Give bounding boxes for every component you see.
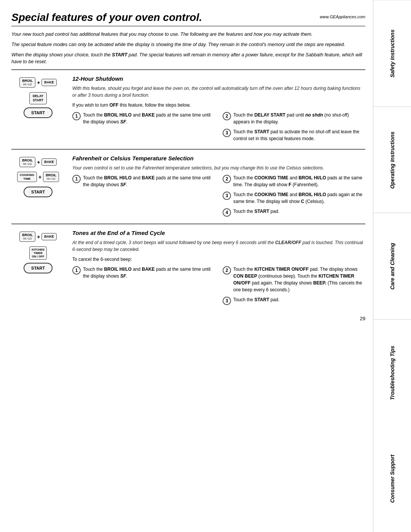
feature-fahrenheit-celsius: BROILHI / LO + BAKE COOKINGTIME + BROILH… bbox=[11, 149, 365, 224]
desc-tones: At the end of a timed cycle, 3 short bee… bbox=[72, 239, 365, 253]
desc-hour-shutdown: With this feature, should you forget and… bbox=[72, 85, 365, 99]
plus-icon-2: + bbox=[37, 159, 40, 165]
intro-p3-prefix: When the display shows your choice, touc… bbox=[11, 52, 112, 58]
diagram-tones: BROILHI / LO + BAKE KITCHENTIMERON / OFF… bbox=[11, 230, 65, 308]
step-3-2: 2 Touch the KITCHEN TIMER ON/OFF pad. Th… bbox=[223, 266, 365, 293]
steps-right-2: 2 Touch the COOKING TIME and BROIL HI/LO… bbox=[223, 174, 365, 220]
steps-cols-1: 1 Touch the BROIL HI/LO and BAKE pads at… bbox=[72, 112, 365, 145]
sidebar-troubleshooting: Troubleshooting Tips bbox=[373, 320, 411, 426]
steps-cols-3: 1 Touch the BROIL HI/LO and BAKE pads at… bbox=[72, 266, 365, 308]
main-content: Special features of your oven control. w… bbox=[0, 0, 373, 532]
step-num-3-1: 1 bbox=[72, 266, 81, 275]
step-1-2: 2 Touch the DELAY START pad until no shd… bbox=[223, 112, 365, 125]
step-text-3-3: Touch the START pad. bbox=[233, 296, 365, 303]
step-num-2-1: 1 bbox=[72, 175, 81, 183]
title-hour-shutdown: 12-Hour Shutdown bbox=[72, 75, 365, 82]
step-num-1-3: 3 bbox=[223, 129, 231, 137]
feature-hour-shutdown: BROILHI / LO + BAKE DELAYSTART START 12-… bbox=[11, 69, 365, 149]
desc-fahrenheit: Your oven control is set to use the Fahr… bbox=[72, 165, 365, 171]
step-text-2-3: Touch the COOKING TIME and BROIL HI/LO p… bbox=[233, 191, 365, 205]
step-text-1-3: Touch the START pad to activate the no s… bbox=[233, 128, 365, 142]
steps-left-2: 1 Touch the BROIL HI/LO and BAKE pads at… bbox=[72, 174, 215, 220]
title-fahrenheit: Fahrenheit or Celsius Temperature Select… bbox=[72, 155, 365, 161]
step-text-1-2: Touch the DELAY START pad until no shdn … bbox=[233, 112, 365, 125]
text-fahrenheit: Fahrenheit or Celsius Temperature Select… bbox=[72, 155, 365, 220]
intro-p3-bold: START bbox=[112, 52, 127, 58]
plus-icon-3: + bbox=[38, 174, 41, 180]
sidebar-safety: Safety Instructions bbox=[373, 0, 411, 107]
step-2-1: 1 Touch the BROIL HI/LO and BAKE pads at… bbox=[72, 174, 215, 188]
page-header: Special features of your oven control. w… bbox=[11, 11, 365, 26]
intro-block: Your new touch pad control has additiona… bbox=[11, 31, 365, 66]
step-1-3: 3 Touch the START pad to activate the no… bbox=[223, 128, 365, 142]
step-num-2-4: 4 bbox=[223, 208, 231, 217]
btn-row-broil-bake-3: BROILHI / LO + BAKE bbox=[19, 232, 57, 242]
btn-broil-2: BROILHI / LO bbox=[19, 157, 35, 167]
sidebar-consumer: Consumer Support bbox=[373, 426, 411, 532]
steps-cols-2: 1 Touch the BROIL HI/LO and BAKE pads at… bbox=[72, 174, 365, 220]
steps-left-3: 1 Touch the BROIL HI/LO and BAKE pads at… bbox=[72, 266, 215, 308]
text-hour-shutdown: 12-Hour Shutdown With this feature, shou… bbox=[72, 75, 365, 145]
website-url: www.GEAppliances.com bbox=[320, 14, 365, 19]
step-3-3: 3 Touch the START pad. bbox=[223, 296, 365, 305]
btn-start-1: START bbox=[24, 107, 53, 118]
sidebar-operating: Operating Instructions bbox=[373, 107, 411, 213]
page-number: 29 bbox=[11, 316, 365, 321]
btn-bake-3: BAKE bbox=[41, 233, 57, 240]
step-num-3-3: 3 bbox=[223, 297, 231, 305]
step-3-1: 1 Touch the BROIL HI/LO and BAKE pads at… bbox=[72, 266, 215, 280]
btn-delay-start: DELAYSTART bbox=[29, 92, 47, 104]
page-title: Special features of your oven control. bbox=[11, 11, 202, 24]
btn-broil-4: BROILHI / LO bbox=[19, 232, 35, 242]
if-note-1: If you wish to turn OFF this feature, fo… bbox=[72, 102, 365, 109]
step-text-2-2: Touch the COOKING TIME and BROIL HI/LO p… bbox=[233, 174, 365, 188]
step-text-3-1: Touch the BROIL HI/LO and BAKE pads at t… bbox=[83, 266, 215, 280]
step-num-1-1: 1 bbox=[72, 112, 81, 120]
btn-row-cooking-broil: COOKINGTIME + BROILHI / LO bbox=[17, 172, 59, 182]
step-2-3: 3 Touch the COOKING TIME and BROIL HI/LO… bbox=[223, 191, 365, 205]
step-text-3-2: Touch the KITCHEN TIMER ON/OFF pad. The … bbox=[233, 266, 365, 293]
btn-bake-1: BAKE bbox=[41, 79, 57, 86]
step-num-3-2: 2 bbox=[223, 266, 231, 275]
step-2-4: 4 Touch the START pad. bbox=[223, 208, 365, 217]
intro-p1: Your new touch pad control has additiona… bbox=[11, 31, 365, 38]
btn-row-broil-bake-2: BROILHI / LO + BAKE bbox=[19, 157, 57, 167]
step-text-1-1: Touch the BROIL HI/LO and BAKE pads at t… bbox=[83, 112, 215, 125]
cancel-note: To cancel the 6-second beep: bbox=[72, 256, 365, 263]
step-num-2-3: 3 bbox=[223, 192, 231, 200]
diagram-hour-shutdown: BROILHI / LO + BAKE DELAYSTART START bbox=[11, 75, 65, 145]
intro-p2: The special feature modes can only be ac… bbox=[11, 41, 365, 48]
btn-cooking-time: COOKINGTIME bbox=[17, 172, 37, 182]
title-tones: Tones at the End of a Timed Cycle bbox=[72, 230, 365, 236]
btn-broil-1: BROILHI / LO bbox=[19, 77, 35, 88]
btn-start-3: START bbox=[24, 263, 53, 273]
step-2-2: 2 Touch the COOKING TIME and BROIL HI/LO… bbox=[223, 174, 365, 188]
sidebar: Safety Instructions Operating Instructio… bbox=[373, 0, 411, 532]
btn-row-broil-bake-1: BROILHI / LO + BAKE bbox=[19, 77, 57, 88]
text-tones: Tones at the End of a Timed Cycle At the… bbox=[72, 230, 365, 308]
diagram-fahrenheit: BROILHI / LO + BAKE COOKINGTIME + BROILH… bbox=[11, 155, 65, 220]
step-num-1-2: 2 bbox=[223, 112, 231, 120]
step-text-2-4: Touch the START pad. bbox=[233, 208, 365, 215]
intro-p3: When the display shows your choice, touc… bbox=[11, 51, 365, 66]
btn-kitchen-timer: KITCHENTIMERON / OFF bbox=[29, 246, 46, 260]
steps-left-1: 1 Touch the BROIL HI/LO and BAKE pads at… bbox=[72, 112, 215, 145]
steps-right-1: 2 Touch the DELAY START pad until no shd… bbox=[223, 112, 365, 145]
btn-start-2: START bbox=[24, 187, 53, 197]
btn-bake-2: BAKE bbox=[41, 158, 57, 166]
sidebar-care: Care and Cleaning bbox=[373, 213, 411, 320]
step-num-2-2: 2 bbox=[223, 175, 231, 183]
plus-icon-4: + bbox=[37, 234, 40, 240]
step-1-1: 1 Touch the BROIL HI/LO and BAKE pads at… bbox=[72, 112, 215, 125]
btn-broil-3: BROILHI / LO bbox=[43, 172, 59, 182]
step-text-2-1: Touch the BROIL HI/LO and BAKE pads at t… bbox=[83, 174, 215, 188]
steps-right-3: 2 Touch the KITCHEN TIMER ON/OFF pad. Th… bbox=[223, 266, 365, 308]
plus-icon-1: + bbox=[37, 80, 40, 86]
feature-tones: BROILHI / LO + BAKE KITCHENTIMERON / OFF… bbox=[11, 224, 365, 312]
